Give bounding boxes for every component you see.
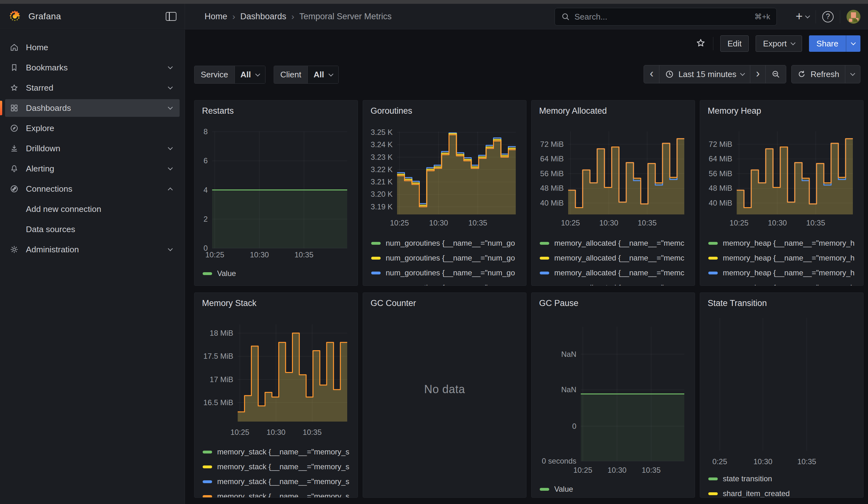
legend-item[interactable]: memory_allocated {__name__="memc [540, 238, 684, 248]
svg-text:6: 6 [204, 156, 208, 165]
svg-text:10:30: 10:30 [768, 218, 787, 227]
sidebar-item-starred[interactable]: Starred [5, 79, 179, 96]
panel-title[interactable]: State Transition [707, 298, 767, 308]
app-name: Grafana [28, 11, 61, 21]
grafana-logo-icon[interactable] [8, 10, 21, 23]
legend-label: memory_stack {__name__="memory_s [217, 448, 349, 456]
legend-item[interactable]: memory_stack {__name__="memory_s [203, 492, 349, 498]
export-button[interactable]: Export [756, 35, 802, 52]
legend-label: memory_heap {__name__="memory_h [723, 268, 855, 277]
legend-item[interactable]: memory_allocated {__name__="memc [540, 268, 684, 278]
legend-item[interactable]: memory_allocated {__name__="memc [540, 283, 684, 286]
panel-title[interactable]: Memory Allocated [539, 106, 607, 116]
legend-item[interactable]: state transition [708, 474, 772, 483]
svg-text:40 MiB: 40 MiB [709, 199, 732, 207]
share-menu-button[interactable] [846, 35, 860, 52]
legend-item[interactable]: shard_item_created [708, 489, 790, 498]
sidebar-item-add-new-connection[interactable]: Add new connection [5, 200, 179, 218]
service-variable-dropdown[interactable]: Service All [194, 66, 266, 84]
svg-text:0 seconds: 0 seconds [542, 457, 576, 465]
sidebar-item-connections[interactable]: Connections [5, 180, 179, 198]
help-icon[interactable]: ? [822, 11, 834, 22]
legend-swatch [371, 242, 381, 245]
legend-label: num_goroutines {__name__="num_go [386, 283, 515, 286]
time-range-picker[interactable]: Last 15 minutes [659, 65, 750, 83]
legend-item[interactable]: memory_heap {__name__="memory_h [708, 268, 855, 278]
refresh-interval-button[interactable] [845, 65, 860, 83]
legend-swatch [203, 495, 212, 498]
svg-text:3.25 K: 3.25 K [371, 128, 393, 136]
legend-item[interactable]: Value [203, 269, 236, 278]
sidebar-item-label: Alerting [26, 164, 54, 174]
svg-text:10:30: 10:30 [429, 218, 448, 227]
new-menu-button[interactable]: + [796, 11, 809, 22]
time-shift-forward-button[interactable]: › [750, 65, 765, 83]
legend-item[interactable]: memory_stack {__name__="memory_s [203, 462, 349, 472]
sidebar-item-alerting[interactable]: Alerting [5, 160, 179, 177]
svg-text:3.22 K: 3.22 K [371, 165, 393, 174]
sidebar-item-label: Starred [26, 83, 53, 93]
time-shift-back-button[interactable]: ‹ [644, 65, 659, 83]
breadcrumb-item[interactable]: Home [205, 12, 227, 21]
svg-text:3.21 K: 3.21 K [371, 177, 393, 186]
sidebar-item-bookmarks[interactable]: Bookmarks [5, 59, 179, 76]
sidebar-item-label: Drilldown [26, 144, 60, 154]
svg-text:NaN: NaN [561, 350, 576, 358]
panel-title[interactable]: GC Pause [539, 298, 579, 308]
legend-item[interactable]: memory_heap {__name__="memory_h [708, 253, 855, 263]
search-input[interactable]: Search... ⌘+k [555, 8, 777, 25]
chart-area: 0:2510:3010:35 [700, 293, 863, 497]
sidebar-item-home[interactable]: Home [5, 39, 179, 56]
svg-text:10:35: 10:35 [806, 218, 825, 227]
svg-text:10:35: 10:35 [468, 218, 487, 227]
divider [713, 37, 713, 50]
sidebar-item-label: Connections [26, 184, 72, 194]
panel-title[interactable]: GC Counter [371, 298, 416, 308]
chevron-down-icon [790, 40, 795, 45]
panel-title[interactable]: Restarts [202, 106, 234, 116]
legend-item[interactable]: memory_stack {__name__="memory_s [203, 447, 349, 457]
refresh-button[interactable]: Refresh [792, 65, 845, 83]
svg-text:10:30: 10:30 [753, 457, 772, 466]
time-picker-group: ‹ Last 15 minutes › [643, 65, 786, 83]
legend-item[interactable]: memory_allocated {__name__="memc [540, 253, 684, 263]
svg-text:8: 8 [204, 127, 208, 136]
share-button[interactable]: Share [809, 35, 860, 52]
svg-text:72 MiB: 72 MiB [709, 140, 732, 148]
edit-button[interactable]: Edit [720, 35, 749, 52]
svg-text:10:35: 10:35 [638, 218, 657, 227]
sidebar-item-explore[interactable]: Explore [5, 119, 179, 137]
user-avatar[interactable] [847, 10, 860, 24]
sidebar-toggle-icon[interactable] [166, 12, 176, 21]
client-variable-dropdown[interactable]: Client All [273, 66, 339, 84]
star-dashboard-button[interactable] [695, 38, 706, 50]
legend-swatch [708, 477, 718, 480]
zoom-out-button[interactable] [765, 65, 786, 83]
breadcrumb-item[interactable]: Dashboards [240, 12, 286, 21]
sidebar-item-label: Data sources [26, 225, 75, 234]
sidebar-item-label: Explore [26, 123, 54, 133]
sidebar-item-drilldown[interactable]: Drilldown [5, 140, 179, 157]
sidebar-item-dashboards[interactable]: Dashboards [5, 99, 179, 117]
legend-item[interactable]: memory_stack {__name__="memory_s [203, 477, 349, 486]
panel-gc-pause: GC Pause NaNNaN00 seconds10:2510:3010:35… [531, 292, 695, 498]
legend-item[interactable]: num_goroutines {__name__="num_go [371, 283, 515, 286]
chart-svg: 8642010:2510:3010:35 [194, 101, 358, 286]
svg-text:3.24 K: 3.24 K [371, 140, 393, 149]
chevron-down-icon [740, 71, 745, 76]
legend-item[interactable]: memory_heap {__name__="memory_h [708, 238, 855, 248]
sidebar-item-data-sources[interactable]: Data sources [5, 220, 179, 238]
legend-item[interactable]: num_goroutines {__name__="num_go [371, 268, 515, 278]
panel-title[interactable]: Memory Stack [202, 298, 257, 308]
legend-item[interactable]: memory_heap {__name__="memory_h [708, 283, 855, 286]
edit-label: Edit [727, 39, 742, 49]
legend-item[interactable]: num_goroutines {__name__="num_go [371, 238, 515, 248]
panel-title[interactable]: Goroutines [371, 106, 412, 116]
panel-title[interactable]: Memory Heap [707, 106, 761, 116]
legend-swatch [371, 257, 381, 260]
legend-swatch [540, 488, 549, 491]
breadcrumb-separator: › [232, 12, 235, 22]
sidebar-item-administration[interactable]: Administration [5, 240, 179, 258]
legend-item[interactable]: num_goroutines {__name__="num_go [371, 253, 515, 263]
legend-item[interactable]: Value [540, 484, 573, 494]
